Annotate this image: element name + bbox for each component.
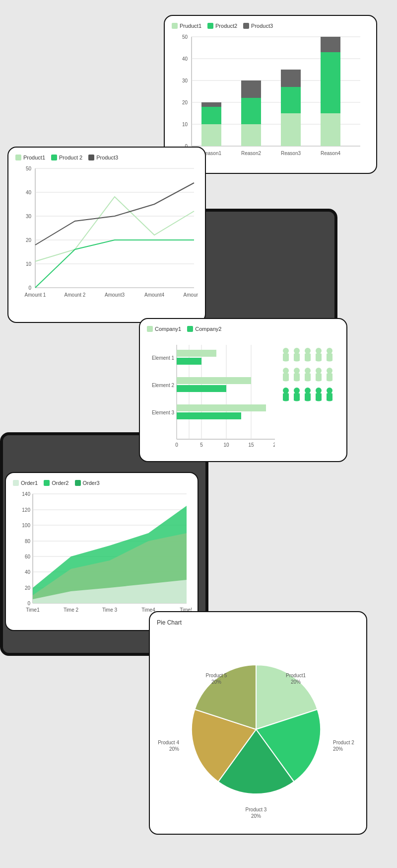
stacked-bar-svg: 0 10 20 30 40 50 Reason1 Reason2 Reason3	[172, 32, 365, 166]
svg-text:Amount 2: Amount 2	[65, 292, 86, 298]
chart5-title: Pie Chart	[157, 619, 359, 626]
svg-point-84	[316, 388, 322, 394]
svg-text:20%: 20%	[169, 746, 179, 752]
svg-rect-14	[201, 124, 221, 146]
svg-text:10: 10	[26, 261, 32, 267]
svg-text:40: 40	[25, 569, 31, 575]
svg-rect-64	[177, 358, 201, 365]
legend-label: Company2	[195, 326, 221, 332]
chart3-legend: Company1 Company2	[147, 326, 339, 332]
svg-rect-18	[241, 124, 261, 146]
svg-text:Product 5: Product 5	[206, 673, 227, 678]
svg-rect-28	[321, 37, 340, 52]
svg-text:60: 60	[25, 554, 31, 559]
svg-text:80: 80	[25, 539, 31, 544]
svg-text:Element 2: Element 2	[152, 383, 174, 388]
svg-text:20: 20	[273, 442, 275, 448]
legend-item-product1: Pruduct1	[172, 23, 201, 29]
svg-rect-66	[177, 377, 251, 384]
svg-text:Time 2: Time 2	[64, 607, 79, 613]
svg-text:Product 4: Product 4	[158, 740, 179, 745]
chart2-legend: Product1 Product 2 Product3	[15, 155, 198, 160]
svg-text:10: 10	[223, 442, 229, 448]
svg-text:40: 40	[26, 190, 32, 195]
legend-label: Order2	[52, 480, 68, 486]
horizontal-bar-chart: Company1 Company2 0 5 10	[139, 318, 347, 462]
svg-text:140: 140	[22, 491, 30, 497]
svg-text:20%: 20%	[333, 746, 343, 752]
line-chart: Product1 Product 2 Product3 0 10 20 3	[7, 147, 206, 323]
svg-text:20%: 20%	[291, 679, 301, 685]
legend-label: Product2	[215, 23, 237, 29]
svg-rect-67	[177, 385, 226, 392]
svg-text:20%: 20%	[251, 813, 261, 819]
svg-rect-15	[201, 107, 221, 124]
svg-text:15: 15	[248, 442, 254, 448]
svg-text:20: 20	[25, 585, 31, 591]
legend-label: Order3	[83, 480, 100, 486]
svg-text:Amount 5: Amount 5	[184, 292, 198, 298]
svg-text:0: 0	[27, 601, 30, 606]
hbar-svg: 0 5 10 15 20 Element 1 Element 2 Element…	[147, 335, 275, 454]
legend-item-p1: Product1	[15, 155, 45, 160]
svg-text:10: 10	[182, 122, 188, 127]
svg-point-72	[294, 348, 300, 354]
legend-item-product3: Product3	[243, 23, 273, 29]
svg-point-71	[283, 348, 289, 354]
legend-label: Order1	[21, 480, 38, 486]
svg-rect-20	[241, 80, 261, 98]
legend-item-p2: Product 2	[51, 155, 82, 160]
svg-text:5: 5	[200, 442, 203, 448]
svg-text:Product1: Product1	[286, 673, 306, 678]
legend-item-p3: Product3	[88, 155, 118, 160]
legend-order3: Order3	[75, 480, 100, 486]
svg-point-75	[327, 348, 332, 354]
svg-rect-23	[281, 87, 301, 113]
chart4-legend: Order1 Order2 Order3	[13, 480, 191, 486]
svg-text:Time 3: Time 3	[102, 607, 118, 613]
svg-text:Reason4: Reason4	[321, 151, 340, 156]
svg-text:50: 50	[182, 34, 188, 40]
legend-label: Pruduct1	[180, 23, 201, 29]
svg-text:Product 2: Product 2	[333, 740, 354, 745]
svg-rect-19	[241, 98, 261, 124]
svg-text:0: 0	[175, 442, 178, 448]
legend-company1: Company1	[147, 326, 181, 332]
svg-text:20: 20	[26, 237, 32, 243]
svg-rect-70	[177, 412, 241, 419]
legend-label: Product3	[251, 23, 273, 29]
pie-chart: Pie Chart Product1 20% Product 2 20% Pro…	[149, 611, 367, 835]
svg-text:Amount 1: Amount 1	[25, 292, 46, 298]
svg-text:40: 40	[182, 56, 188, 62]
pie-chart-svg: Product1 20% Product 2 20% Product 3 20%…	[157, 630, 355, 829]
svg-rect-27	[321, 52, 340, 113]
people-icons	[280, 335, 339, 454]
svg-rect-16	[201, 102, 221, 107]
svg-point-81	[283, 388, 289, 394]
svg-text:Reason3: Reason3	[281, 151, 301, 156]
svg-text:20: 20	[182, 100, 188, 105]
svg-point-73	[305, 348, 311, 354]
line-chart-svg: 0 10 20 30 40 50 Amount 1 Amount 2 Amoun…	[15, 163, 198, 313]
svg-rect-22	[281, 113, 301, 146]
svg-point-74	[316, 348, 322, 354]
svg-text:20%: 20%	[211, 679, 221, 685]
legend-company2: Company2	[187, 326, 221, 332]
legend-label: Product 2	[59, 155, 82, 160]
svg-text:120: 120	[22, 507, 30, 513]
svg-text:Amount3: Amount3	[105, 292, 125, 298]
svg-point-76	[283, 368, 289, 374]
legend-order2: Order2	[44, 480, 68, 486]
svg-point-80	[327, 368, 332, 374]
area-chart: Order1 Order2 Order3 0 20 40	[5, 472, 198, 631]
svg-rect-69	[177, 404, 266, 411]
svg-point-78	[305, 368, 311, 374]
svg-text:Amount4: Amount4	[144, 292, 164, 298]
svg-text:50: 50	[26, 166, 32, 171]
svg-text:30: 30	[182, 78, 188, 83]
svg-text:30: 30	[26, 214, 32, 219]
people-svg	[280, 345, 339, 444]
svg-point-77	[294, 368, 300, 374]
svg-text:Time1: Time1	[26, 607, 40, 613]
svg-text:Element 1: Element 1	[152, 355, 174, 361]
